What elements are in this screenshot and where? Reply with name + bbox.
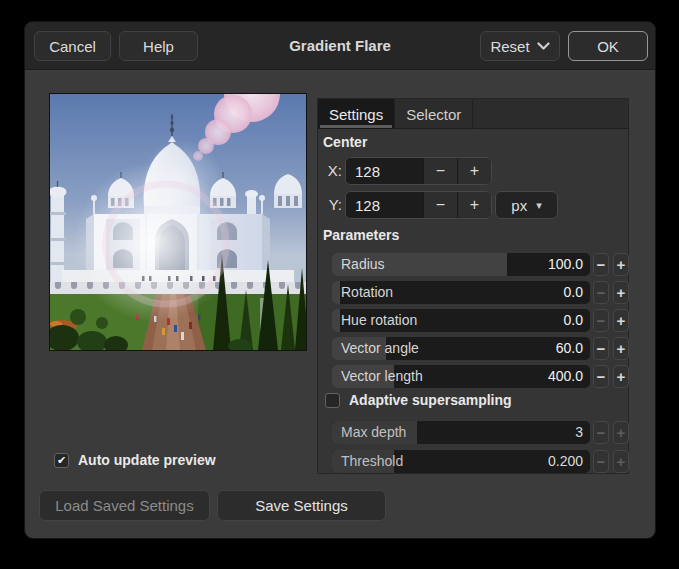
gradient-flare-dialog: Gradient Flare Cancel Help Reset OK <box>24 21 656 539</box>
plus-icon: + <box>617 340 626 357</box>
help-button[interactable]: Help <box>119 31 198 61</box>
slider-value: 0.0 <box>564 281 583 304</box>
slider-threshold: Threshold 0.200 − + <box>332 450 630 473</box>
save-settings-label: Save Settings <box>255 497 348 514</box>
adaptive-supersampling-label: Adaptive supersampling <box>349 392 512 408</box>
ok-button-label: OK <box>597 38 619 55</box>
slider-value: 60.0 <box>556 337 583 360</box>
slider-label: Hue rotation <box>341 309 417 332</box>
vector-angle-increment-button[interactable]: + <box>613 337 629 360</box>
center-x-row: X: − + <box>318 157 630 185</box>
load-saved-settings-label: Load Saved Settings <box>55 497 193 514</box>
auto-update-preview-label: Auto update preview <box>78 452 216 468</box>
slider-threshold-track: Threshold 0.200 <box>332 450 590 473</box>
minus-icon: − <box>436 196 445 214</box>
preview-area[interactable] <box>49 93 307 351</box>
x-decrement-button[interactable]: − <box>423 158 457 184</box>
hue-rotation-increment-button[interactable]: + <box>613 309 629 332</box>
slider-hue-rotation: Hue rotation 0.0 − + <box>332 309 630 332</box>
reset-button-label: Reset <box>490 38 529 55</box>
radius-decrement-button[interactable]: − <box>593 253 609 276</box>
adaptive-supersampling-checkbox[interactable] <box>325 393 340 408</box>
slider-max-depth-track: Max depth 3 <box>332 421 590 444</box>
slider-radius-track[interactable]: Radius 100.0 <box>332 253 590 276</box>
slider-value: 400.0 <box>548 365 583 388</box>
vector-length-increment-button[interactable]: + <box>613 365 629 388</box>
vector-angle-decrement-button[interactable]: − <box>593 337 609 360</box>
minus-icon: − <box>597 453 606 470</box>
reset-dropdown-button[interactable]: Reset <box>480 31 560 61</box>
plus-icon: + <box>617 453 626 470</box>
slider-label: Max depth <box>341 421 406 444</box>
slider-vector-length-track[interactable]: Vector length 400.0 <box>332 365 590 388</box>
titlebar: Gradient Flare Cancel Help Reset OK <box>25 22 655 70</box>
adaptive-supersampling-checkbox-row[interactable]: Adaptive supersampling <box>325 392 512 408</box>
rotation-increment-button[interactable]: + <box>613 281 629 304</box>
tab-selector[interactable]: Selector <box>395 99 473 129</box>
check-icon: ✔ <box>57 454 66 467</box>
x-input[interactable] <box>346 158 423 184</box>
auto-update-preview-checkbox-row[interactable]: ✔ Auto update preview <box>54 452 216 468</box>
plus-icon: + <box>617 312 626 329</box>
slider-radius: Radius 100.0 − + <box>332 253 630 276</box>
slider-max-depth: Max depth 3 − + <box>332 421 630 444</box>
load-saved-settings-button: Load Saved Settings <box>39 490 210 521</box>
slider-value: 100.0 <box>548 253 583 276</box>
x-spinbox: − + <box>345 157 492 185</box>
threshold-increment-button: + <box>613 450 629 473</box>
tab-settings[interactable]: Settings <box>318 99 395 129</box>
minus-icon: − <box>436 162 445 180</box>
parameters-heading: Parameters <box>323 227 399 243</box>
minus-icon: − <box>597 256 606 273</box>
slider-vector-angle: Vector angle 60.0 − + <box>332 337 630 360</box>
slider-vector-angle-track[interactable]: Vector angle 60.0 <box>332 337 590 360</box>
y-spinbox: − + <box>345 191 492 219</box>
radius-increment-button[interactable]: + <box>613 253 629 276</box>
slider-value: 0.200 <box>548 450 583 473</box>
x-label: X: <box>318 162 342 179</box>
settings-notebook: Settings Selector Center X: − + Y: − + <box>317 98 629 474</box>
plus-icon: + <box>617 424 626 441</box>
tab-settings-label: Settings <box>329 106 383 123</box>
help-button-label: Help <box>143 38 174 55</box>
slider-label: Radius <box>341 253 385 276</box>
ok-button[interactable]: OK <box>568 31 648 61</box>
tabbar: Settings Selector <box>318 99 628 129</box>
threshold-decrement-button: − <box>593 450 609 473</box>
plus-icon: + <box>470 162 479 180</box>
unit-value: px <box>511 197 527 214</box>
max-depth-increment-button: + <box>613 421 629 444</box>
save-settings-button[interactable]: Save Settings <box>217 490 386 521</box>
slider-value: 3 <box>575 421 583 444</box>
y-input[interactable] <box>346 192 423 218</box>
minus-icon: − <box>597 424 606 441</box>
x-increment-button[interactable]: + <box>457 158 491 184</box>
y-increment-button[interactable]: + <box>457 192 491 218</box>
slider-hue-rotation-track[interactable]: Hue rotation 0.0 <box>332 309 590 332</box>
rotation-decrement-button: − <box>593 281 609 304</box>
y-decrement-button[interactable]: − <box>423 192 457 218</box>
auto-update-preview-checkbox[interactable]: ✔ <box>54 453 69 468</box>
tab-selector-label: Selector <box>406 106 461 123</box>
plus-icon: + <box>617 368 626 385</box>
max-depth-decrement-button: − <box>593 421 609 444</box>
slider-label: Rotation <box>341 281 393 304</box>
chevron-down-icon <box>537 42 550 51</box>
center-heading: Center <box>323 134 367 150</box>
chevron-down-icon: ▾ <box>536 200 542 211</box>
slider-label: Vector length <box>341 365 423 388</box>
preview-image <box>50 94 306 350</box>
slider-rotation-track[interactable]: Rotation 0.0 <box>332 281 590 304</box>
slider-rotation: Rotation 0.0 − + <box>332 281 630 304</box>
cancel-button[interactable]: Cancel <box>34 31 111 61</box>
slider-label: Threshold <box>341 450 403 473</box>
hue-rotation-decrement-button: − <box>593 309 609 332</box>
minus-icon: − <box>597 312 606 329</box>
plus-icon: + <box>617 256 626 273</box>
vector-length-decrement-button[interactable]: − <box>593 365 609 388</box>
cancel-button-label: Cancel <box>49 38 96 55</box>
plus-icon: + <box>470 196 479 214</box>
unit-dropdown[interactable]: px ▾ <box>495 191 558 219</box>
minus-icon: − <box>597 340 606 357</box>
slider-value: 0.0 <box>564 309 583 332</box>
